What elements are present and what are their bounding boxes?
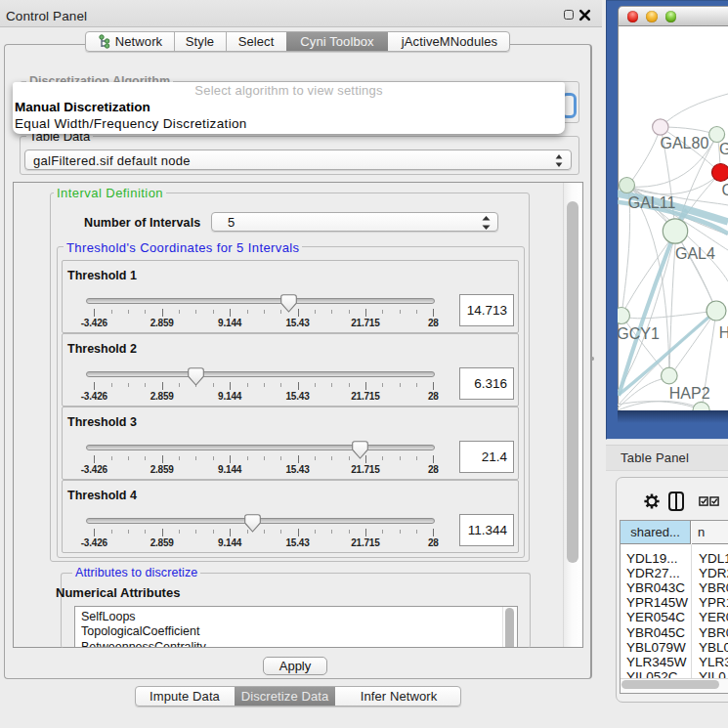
svg-text:H: H [719, 324, 728, 341]
svg-text:C: C [722, 182, 728, 198]
svg-text:HAP2: HAP2 [669, 385, 710, 402]
svg-text:GAL4: GAL4 [675, 245, 715, 262]
svg-text:GAL80: GAL80 [661, 135, 709, 151]
svg-text:GAL11: GAL11 [628, 194, 676, 211]
svg-text:GA: GA [719, 141, 728, 157]
svg-text:GCY1: GCY1 [618, 325, 660, 342]
